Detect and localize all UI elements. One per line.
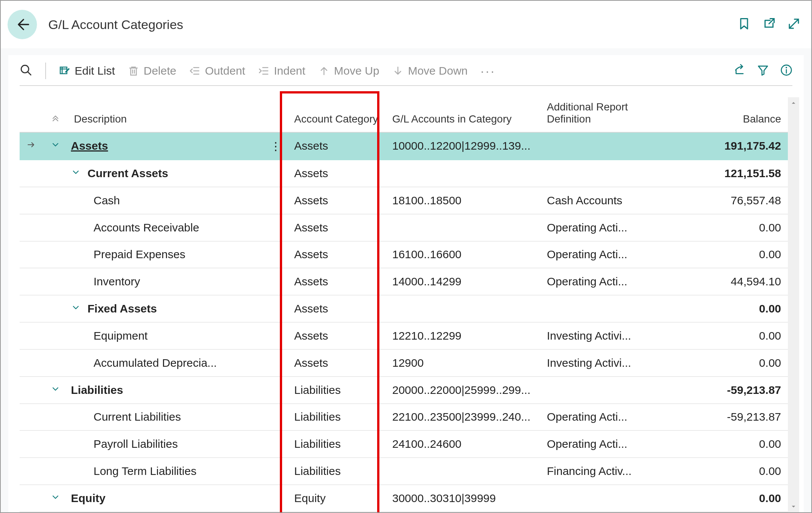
cell-description[interactable]: Current Assets	[67, 160, 263, 187]
indent-button[interactable]: Indent	[258, 64, 305, 77]
move-up-button[interactable]: Move Up	[318, 64, 379, 77]
col-description[interactable]: Description	[67, 97, 263, 132]
cell-account-category[interactable]: Assets	[287, 349, 385, 377]
col-report-def[interactable]: Additional Report Definition	[540, 97, 646, 132]
cell-report-definition[interactable]	[540, 485, 646, 512]
table-row[interactable]: Accounts ReceivableAssetsOperating Acti.…	[20, 214, 788, 241]
scroll-up-button[interactable]	[788, 97, 799, 109]
cell-gl-accounts[interactable]: 12900	[385, 349, 540, 377]
cell-description[interactable]: Liabilities	[67, 377, 263, 404]
cell-balance[interactable]: 0.00	[646, 485, 788, 512]
cell-balance[interactable]: 191,175.42	[646, 132, 788, 160]
cell-balance[interactable]: -59,213.87	[646, 377, 788, 404]
table-row[interactable]: Long Term LiabilitiesLiabilitiesFinancin…	[20, 458, 788, 485]
expand-toggle[interactable]	[71, 302, 81, 315]
outdent-button[interactable]: Outdent	[189, 64, 245, 77]
cell-balance[interactable]: 0.00	[646, 214, 788, 241]
scroll-down-button[interactable]	[788, 501, 799, 512]
cell-report-definition[interactable]	[540, 377, 646, 404]
expand-toggle[interactable]	[71, 167, 81, 180]
table-row[interactable]: Prepaid ExpensesAssets16100..16600Operat…	[20, 241, 788, 268]
cell-account-category[interactable]: Assets	[287, 132, 385, 160]
cell-description[interactable]: Long Term Liabilities	[67, 458, 263, 485]
cell-account-category[interactable]: Liabilities	[287, 430, 385, 458]
cell-gl-accounts[interactable]	[385, 458, 540, 485]
cell-balance[interactable]: 0.00	[646, 241, 788, 268]
cell-gl-accounts[interactable]: 16100..16600	[385, 241, 540, 268]
cell-report-definition[interactable]	[540, 132, 646, 160]
cell-account-category[interactable]: Liabilities	[287, 404, 385, 431]
cell-balance[interactable]: 76,557.48	[646, 187, 788, 214]
cell-report-definition[interactable]: Cash Accounts	[540, 187, 646, 214]
table-row[interactable]: InventoryAssets14000..14299Operating Act…	[20, 268, 788, 295]
cell-report-definition[interactable]: Operating Acti...	[540, 214, 646, 241]
cell-balance[interactable]: 0.00	[646, 349, 788, 377]
scroll-track[interactable]	[788, 109, 799, 501]
cell-gl-accounts[interactable]	[385, 214, 540, 241]
cell-gl-accounts[interactable]: 14000..14299	[385, 268, 540, 295]
col-account-category[interactable]: Account Category	[287, 97, 385, 132]
cell-gl-accounts[interactable]: 24100..24600	[385, 430, 540, 458]
collapse-all-button[interactable]	[44, 97, 67, 132]
cell-report-definition[interactable]: Operating Acti...	[540, 404, 646, 431]
cell-description[interactable]: Equipment	[67, 322, 263, 349]
cell-gl-accounts[interactable]: 10000..12200|12999..139...	[385, 132, 540, 160]
cell-report-definition[interactable]: Investing Activi...	[540, 322, 646, 349]
cell-account-category[interactable]: Assets	[287, 268, 385, 295]
cell-gl-accounts[interactable]: 18100..18500	[385, 187, 540, 214]
search-button[interactable]	[20, 64, 32, 78]
more-actions-button[interactable]: ···	[480, 64, 496, 78]
cell-report-definition[interactable]: Investing Activi...	[540, 349, 646, 377]
cell-account-category[interactable]: Assets	[287, 241, 385, 268]
cell-gl-accounts[interactable]	[385, 160, 540, 187]
cell-account-category[interactable]: Assets	[287, 160, 385, 187]
table-row[interactable]: Current AssetsAssets121,151.58	[20, 160, 788, 187]
cell-description[interactable]: Assets	[67, 132, 263, 160]
table-row[interactable]: Accumulated Deprecia...Assets12900Invest…	[20, 349, 788, 377]
vertical-scrollbar[interactable]	[788, 97, 799, 512]
cell-balance[interactable]: -59,213.87	[646, 404, 788, 431]
cell-description[interactable]: Equity	[67, 485, 263, 512]
cell-gl-accounts[interactable]: 30000..30310|39999	[385, 485, 540, 512]
cell-description[interactable]: Payroll Liabilities	[67, 430, 263, 458]
cell-report-definition[interactable]: Operating Acti...	[540, 268, 646, 295]
cell-balance[interactable]: 0.00	[646, 430, 788, 458]
table-row[interactable]: Assets⋮Assets10000..12200|12999..139...1…	[20, 132, 788, 160]
cell-balance[interactable]: 121,151.58	[646, 160, 788, 187]
edit-list-button[interactable]: Edit List	[59, 64, 115, 77]
cell-balance[interactable]: 44,594.10	[646, 268, 788, 295]
cell-description[interactable]: Accounts Receivable	[67, 214, 263, 241]
cell-report-definition[interactable]	[540, 295, 646, 322]
cell-report-definition[interactable]	[540, 160, 646, 187]
cell-report-definition[interactable]: Operating Acti...	[540, 241, 646, 268]
cell-balance[interactable]: 0.00	[646, 458, 788, 485]
cell-description[interactable]: Prepaid Expenses	[67, 241, 263, 268]
cell-description[interactable]: Cash	[67, 187, 263, 214]
cell-gl-accounts[interactable]: 20000..22000|25999..299...	[385, 377, 540, 404]
cell-account-category[interactable]: Assets	[287, 322, 385, 349]
cell-balance[interactable]: 0.00	[646, 322, 788, 349]
cell-account-category[interactable]: Assets	[287, 295, 385, 322]
cell-gl-accounts[interactable]: 12210..12299	[385, 322, 540, 349]
cell-description[interactable]: Current Liabilities	[67, 404, 263, 431]
cell-description[interactable]: Inventory	[67, 268, 263, 295]
bookmark-button[interactable]	[737, 17, 751, 32]
info-button[interactable]	[780, 64, 792, 78]
cell-gl-accounts[interactable]	[385, 295, 540, 322]
share-button[interactable]	[734, 64, 746, 78]
expand-toggle[interactable]	[44, 485, 67, 512]
cell-description[interactable]: Accumulated Deprecia...	[67, 349, 263, 377]
col-gl-accounts[interactable]: G/L Accounts in Category	[385, 97, 540, 132]
cell-account-category[interactable]: Liabilities	[287, 458, 385, 485]
cell-account-category[interactable]: Equity	[287, 485, 385, 512]
cell-report-definition[interactable]: Financing Activ...	[540, 458, 646, 485]
cell-gl-accounts[interactable]: 22100..23500|23999..240...	[385, 404, 540, 431]
popout-button[interactable]	[762, 17, 776, 32]
table-row[interactable]: Current LiabilitiesLiabilities22100..235…	[20, 404, 788, 431]
delete-button[interactable]: Delete	[128, 64, 177, 77]
table-row[interactable]: CashAssets18100..18500Cash Accounts76,55…	[20, 187, 788, 214]
col-balance[interactable]: Balance	[646, 97, 788, 132]
back-button[interactable]	[8, 10, 37, 39]
table-row[interactable]: LiabilitiesLiabilities20000..22000|25999…	[20, 377, 788, 404]
table-row[interactable]: EquipmentAssets12210..12299Investing Act…	[20, 322, 788, 349]
